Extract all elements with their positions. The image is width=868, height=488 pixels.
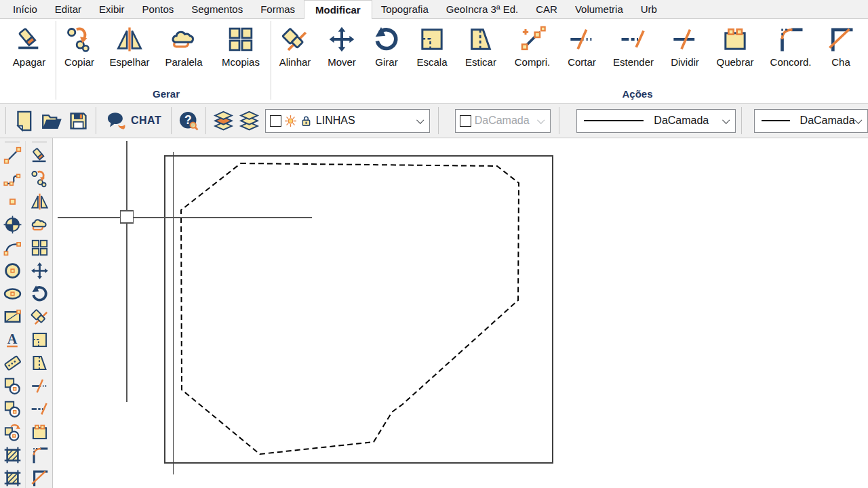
copiar-icon xyxy=(65,24,94,54)
sidebar-tool-copiar[interactable] xyxy=(29,169,50,190)
layers-manager-button[interactable] xyxy=(210,106,236,135)
menu-tab-volumetria[interactable]: Volumetria xyxy=(566,0,632,18)
sidebar-tool-chanfro[interactable] xyxy=(29,469,50,488)
sidebar-tool-girar[interactable] xyxy=(29,285,50,305)
sidebar-tool-cortar[interactable] xyxy=(29,377,50,397)
linetype-sample xyxy=(584,120,644,121)
main-area: A xyxy=(0,138,868,488)
ribbon-button-dividir[interactable]: Dividir xyxy=(662,19,708,87)
menu-tab-formas[interactable]: Formas xyxy=(252,0,304,18)
ribbon-button-cha[interactable]: Cha xyxy=(819,19,863,87)
menu-tab-segmentos[interactable]: Segmentos xyxy=(182,0,252,18)
toolbar-grip[interactable] xyxy=(5,142,20,142)
ribbon: ApagarCopiarEspelharParalelaMcopiasAlinh… xyxy=(0,19,868,104)
sidebar-tool-region-arrow[interactable] xyxy=(2,423,22,443)
sidebar-tool-polyline[interactable] xyxy=(2,169,22,190)
sidebar-tool-rectangle[interactable] xyxy=(2,308,22,328)
ribbon-button-quebrar[interactable]: Quebrar xyxy=(708,19,762,87)
ribbon-button-estender[interactable]: Estender xyxy=(605,19,662,87)
ribbon-button-girar[interactable]: Girar xyxy=(365,19,408,87)
sidebar-tool-escala[interactable] xyxy=(29,331,50,351)
linetype-select-value: DaCamada xyxy=(654,115,709,127)
layer-select[interactable]: LINHAS xyxy=(265,109,430,133)
color-select[interactable]: DaCamada xyxy=(455,109,551,133)
ribbon-button-alinhar[interactable]: Alinhar xyxy=(271,19,319,87)
ribbon-button-mcopias[interactable]: Mcopias xyxy=(211,19,271,87)
menu-tab-geoincra-3-ed[interactable]: GeoIncra 3ª Ed. xyxy=(437,0,527,18)
layers-button[interactable] xyxy=(237,106,262,135)
chat-button[interactable]: CHAT xyxy=(100,106,167,135)
color-select-value: DaCamada xyxy=(475,115,530,127)
ribbon-button-label: Concord. xyxy=(770,56,812,68)
ribbon-button-label: Copiar xyxy=(64,56,94,68)
ribbon-button-label: Mcopias xyxy=(222,56,260,68)
ribbon-button-esticar[interactable]: Esticar xyxy=(456,19,506,87)
chevron-down-icon xyxy=(537,117,545,124)
sidebar-tool-quebrar[interactable] xyxy=(29,423,50,443)
sidebar-tool-tag[interactable] xyxy=(2,354,22,374)
sidebar-tool-alinhar[interactable] xyxy=(29,308,50,328)
sidebar-tool-point[interactable] xyxy=(2,192,22,213)
sidebar-tool-concord[interactable] xyxy=(29,446,50,466)
quebrar-icon xyxy=(721,24,749,54)
ribbon-button-paralela[interactable]: Paralela xyxy=(157,19,211,87)
ribbon-button-concord[interactable]: Concord. xyxy=(762,19,819,87)
sidebar-tool-position[interactable] xyxy=(2,216,22,236)
ribbon-button-escala[interactable]: Escala xyxy=(408,19,456,87)
open-file-button[interactable] xyxy=(37,106,64,135)
hatch-icon xyxy=(3,469,22,488)
drawing-canvas[interactable] xyxy=(54,138,868,488)
ribbon-button-mover[interactable]: Mover xyxy=(319,19,365,87)
escala-icon xyxy=(31,331,49,352)
menu-tab-modificar[interactable]: Modificar xyxy=(304,0,372,19)
sidebar-tool-ellipse[interactable] xyxy=(2,285,22,305)
chevron-down-icon xyxy=(416,117,424,124)
toolbar-separator xyxy=(559,107,559,134)
sidebar-tool-estender[interactable] xyxy=(29,400,50,420)
sidebar-tool-circle[interactable] xyxy=(2,262,22,282)
ribbon-button-label: Esticar xyxy=(465,56,496,68)
sidebar-tool-apagar[interactable] xyxy=(29,146,50,167)
ribbon-button-compri[interactable]: Compri. xyxy=(506,19,559,87)
sidebar-tool-mover[interactable] xyxy=(29,262,50,282)
new-file-button[interactable] xyxy=(10,106,37,135)
ellipse-icon xyxy=(3,285,22,306)
sidebar-tool-region-circle[interactable] xyxy=(2,377,22,397)
ribbon-button-label: Alinhar xyxy=(279,56,311,68)
cortar-icon xyxy=(31,377,49,398)
apagar-icon xyxy=(31,146,49,167)
quick-access-toolbar: CHAT ? LINHAS DaCamada DaCamada DaCamada xyxy=(0,104,868,138)
menu-tab-editar[interactable]: Editar xyxy=(46,0,90,18)
ribbon-button-espelhar[interactable]: Espelhar xyxy=(102,19,157,87)
sidebar-tool-text[interactable]: A xyxy=(2,331,22,351)
linetype-select[interactable]: DaCamada xyxy=(576,109,735,133)
sidebar-tool-paralela[interactable] xyxy=(29,216,50,236)
sidebar-tool-hatch[interactable] xyxy=(2,446,22,466)
sidebar-column-modify xyxy=(28,138,51,488)
ribbon-button-copiar[interactable]: Copiar xyxy=(56,19,102,87)
save-file-button[interactable] xyxy=(64,106,92,135)
menu-tab-exibir[interactable]: Exibir xyxy=(90,0,134,18)
menu-tab-inicio[interactable]: Início xyxy=(4,0,46,18)
sidebar-tool-arc[interactable] xyxy=(2,239,22,259)
compri-icon xyxy=(518,24,547,54)
ribbon-button-apagar[interactable]: Apagar xyxy=(3,19,56,87)
lineweight-select[interactable]: DaCamada xyxy=(754,109,868,133)
sidebar-tool-espelhar[interactable] xyxy=(29,192,50,213)
esticar-icon xyxy=(31,354,49,375)
sidebar-tool-esticar[interactable] xyxy=(29,354,50,374)
toolbar-grip[interactable] xyxy=(32,142,47,142)
sidebar-tool-region-circle[interactable] xyxy=(2,400,22,420)
ribbon-button-cortar[interactable]: Cortar xyxy=(559,19,605,87)
mover-icon xyxy=(31,262,49,283)
menu-tab-pontos[interactable]: Pontos xyxy=(134,0,183,18)
menu-tab-topografia[interactable]: Topografia xyxy=(372,0,437,18)
rectangle-icon xyxy=(3,308,22,329)
menu-tab-car[interactable]: CAR xyxy=(527,0,566,18)
help-button[interactable]: ? xyxy=(176,106,201,135)
sidebar-tool-hatch[interactable] xyxy=(2,469,22,488)
menu-tab-urb[interactable]: Urb xyxy=(632,0,666,18)
current-color-swatch xyxy=(460,115,471,127)
sidebar-tool-line[interactable] xyxy=(2,146,22,167)
sidebar-tool-mcopias[interactable] xyxy=(29,239,50,259)
